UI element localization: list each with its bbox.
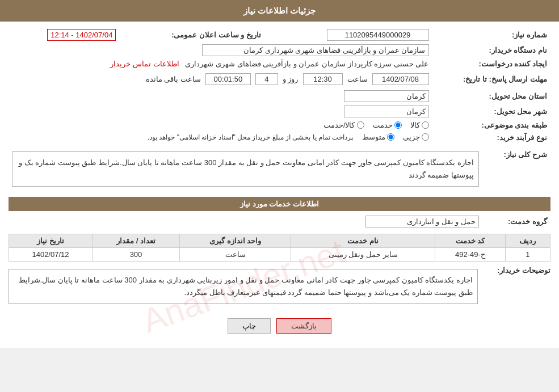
buyer-notes-row: توضیحات خریدار: AnaFinder.net اجاره یکدس… — [9, 266, 550, 307]
category-radio-khedmat[interactable] — [394, 121, 402, 129]
category-label: طبقه بندی موضوعی: — [432, 119, 551, 131]
buyer-notes-box: AnaFinder.net اجاره یکدستگاه کامیون کمپر… — [9, 269, 478, 304]
purchase-radio-jozi[interactable] — [422, 133, 429, 141]
need-number-label: شماره نیاز: — [432, 27, 551, 43]
service-group-value: حمل و نقل و انبارداری — [9, 214, 482, 229]
cell-name: سایر حمل ونقل زمینی — [291, 248, 435, 262]
cell-quantity: 300 — [92, 248, 179, 262]
province-label: استان محل تحویل: — [432, 88, 551, 104]
remaining-time-field: 00:01:50 — [205, 73, 251, 85]
category-kala-label: کالا — [410, 121, 420, 129]
need-number-value: 1102095449000029 — [272, 27, 432, 43]
buyer-org-field: سازمان عمران و بازآفرینی فضاهای شهری شهر… — [202, 44, 429, 56]
purchase-motavasset-label: متوسط — [362, 133, 385, 141]
col-unit: واحد اندازه گیری — [180, 234, 291, 248]
category-kala: کالا — [410, 121, 429, 129]
province-field: کرمان — [344, 90, 429, 102]
page-title: جزئیات اطلاعات نیاز — [243, 6, 316, 15]
purchase-motavasset: متوسط — [362, 133, 394, 141]
col-code: کد خدمت — [435, 234, 506, 248]
page-header: جزئیات اطلاعات نیاز — [0, 0, 559, 22]
need-number-field: 1102095449000029 — [327, 29, 429, 41]
description-table: شرح کلی نیاز: اجاره یکدستگاه کامیون کمپر… — [9, 147, 550, 191]
purchase-jozi-label: جزیی — [403, 133, 420, 141]
description-content: اجاره یکدستگاه کامیون کمپرسی جاور جهت کا… — [9, 147, 482, 191]
description-label: شرح کلی نیاز: — [482, 147, 550, 191]
response-time-field: 12:30 — [303, 73, 343, 85]
service-group-table: گروه خدمت: حمل و نقل و انبارداری — [9, 214, 550, 229]
table-row: 1ح-49-492سایر حمل ونقل زمینیساعت3001402/… — [9, 248, 550, 262]
category-radio-kala-khedmat[interactable] — [357, 121, 364, 129]
purchase-notice: پرداخت تمام یا بخشی از مبلغ خریداز محل "… — [148, 133, 354, 141]
cell-code: ح-49-492 — [435, 248, 506, 262]
buyer-notes-label: توضیحات خریدار: — [482, 266, 550, 275]
city-field: کرمان — [344, 106, 429, 117]
purchase-radio-motavasset[interactable] — [387, 133, 394, 141]
col-name: نام خدمت — [291, 234, 435, 248]
category-kala-khedmat-label: کالا/خدمت — [323, 121, 355, 129]
response-days-field: 4 — [255, 73, 278, 85]
col-row: ردیف — [505, 234, 550, 248]
buyer-org-label: نام دستگاه خریدار: — [432, 43, 551, 58]
creator-label: ایجاد کننده درخواست: — [432, 58, 551, 70]
province-value: کرمان — [9, 88, 432, 104]
cell-unit: ساعت — [180, 248, 291, 262]
buyer-notes-text: اجاره یکدستگاه کامیون کمپرسی جاور جهت کا… — [19, 276, 473, 297]
creator-text: علی حسنی سرزه کارپرداز سازمان عمران و با… — [185, 60, 428, 68]
description-box: اجاره یکدستگاه کامیون کمپرسی جاور جهت کا… — [12, 151, 479, 187]
back-button[interactable]: بازگشت — [276, 318, 331, 334]
category-khedmat: خدمت — [373, 121, 402, 129]
send-date-label: مهلت ارسال پاسخ: تا تاریخ: — [432, 70, 551, 88]
services-table: ردیف کد خدمت نام خدمت واحد اندازه گیری ت… — [9, 234, 550, 262]
announce-date-value: 1402/07/04 - 12:14 — [9, 27, 119, 43]
services-section-title: اطلاعات خدمات مورد نیاز — [9, 197, 550, 211]
response-date-field: 1402/07/08 — [372, 73, 429, 85]
city-label: شهر محل تحویل: — [432, 104, 551, 119]
remaining-label: ساعت باقی مانده — [146, 75, 201, 83]
purchase-type-label: نوع فرآیند خرید: — [432, 131, 551, 144]
buyer-org-value: سازمان عمران و بازآفرینی فضاهای شهری شهر… — [9, 43, 432, 58]
service-group-field: حمل و نقل و انبارداری — [365, 216, 479, 227]
content-area: شماره نیاز: 1102095449000029 تاریخ و ساع… — [0, 22, 559, 348]
col-date: تاریخ نیاز — [9, 234, 93, 248]
announce-date-field: 1402/07/04 - 12:14 — [47, 29, 116, 41]
city-value: کرمان — [9, 104, 432, 119]
button-row: بازگشت چاپ — [9, 310, 550, 342]
category-khedmat-label: خدمت — [373, 121, 393, 129]
col-qty: تعداد / مقدار — [92, 234, 179, 248]
main-info-table: شماره نیاز: 1102095449000029 تاریخ و ساع… — [9, 27, 550, 144]
purchase-type-options: جزیی متوسط پرداخت تمام یا بخشی از مبلغ خ… — [9, 131, 432, 144]
purchase-jozi: جزیی — [403, 133, 429, 141]
service-group-label: گروه خدمت: — [482, 214, 550, 229]
cell-date: 1402/07/12 — [9, 248, 93, 262]
send-date-row: 1402/07/08 ساعت 12:30 روز و 4 00:01:50 س… — [9, 70, 432, 88]
time-label: ساعت — [347, 75, 368, 83]
contact-link[interactable]: اطلاعات تماس خریدار — [110, 60, 179, 68]
category-radio-kala[interactable] — [422, 121, 429, 129]
category-kala-khedmat: کالا/خدمت — [323, 121, 364, 129]
days-label: روز و — [283, 75, 299, 83]
announce-date-label: تاریخ و ساعت اعلان عمومی: — [119, 27, 272, 43]
creator-value: علی حسنی سرزه کارپرداز سازمان عمران و با… — [9, 58, 432, 70]
print-button[interactable]: چاپ — [228, 318, 271, 334]
cell-row: 1 — [505, 248, 550, 262]
page-container: جزئیات اطلاعات نیاز شماره نیاز: 11020954… — [0, 0, 559, 348]
category-options: کالا خدمت کالا/خدمت — [9, 119, 432, 131]
